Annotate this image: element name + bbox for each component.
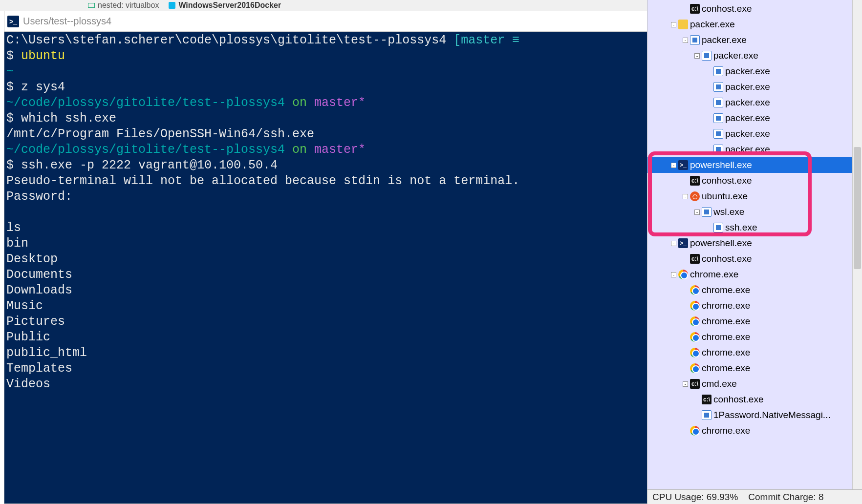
process-label: wsl.exe bbox=[713, 207, 744, 217]
output-line: Pictures bbox=[6, 315, 65, 329]
tree-toggle-icon[interactable]: - bbox=[671, 163, 676, 168]
tree-toggle-icon[interactable]: - bbox=[694, 53, 700, 59]
process-row-chrome-exe[interactable]: chrome.exe bbox=[647, 298, 862, 314]
on-word: on bbox=[285, 96, 314, 110]
output-line: public_html bbox=[6, 346, 87, 360]
process-label: chrome.exe bbox=[702, 347, 750, 358]
process-explorer-panel: c:\conhost.exe-packer.exe-packer.exe-pac… bbox=[647, 0, 862, 504]
terminal-body[interactable]: C:\Users\stefan.scherer\code\plossys\git… bbox=[4, 32, 648, 504]
process-row-ubuntu-exe[interactable]: -◌ubuntu.exe bbox=[647, 189, 862, 204]
process-row-chrome-exe[interactable]: chrome.exe bbox=[647, 360, 862, 376]
virtualbox-icon bbox=[88, 3, 95, 8]
cwd-path: C:\Users\stefan.scherer\code\plossys\git… bbox=[6, 33, 446, 47]
process-label: chrome.exe bbox=[702, 300, 750, 311]
tab-label: nested: virtualbox bbox=[98, 1, 159, 10]
process-row-packer-exe[interactable]: packer.exe bbox=[647, 95, 862, 110]
gen-icon bbox=[702, 207, 711, 217]
output-line: Music bbox=[6, 299, 43, 313]
branch-name: master bbox=[461, 33, 505, 47]
process-label: conhost.exe bbox=[702, 253, 752, 264]
con-icon: c:\ bbox=[690, 379, 700, 389]
process-row-chrome-exe[interactable]: -chrome.exe bbox=[647, 267, 862, 282]
gen-icon bbox=[713, 223, 723, 232]
chrome-icon bbox=[678, 270, 688, 279]
process-label: packer.exe bbox=[725, 82, 770, 92]
process-label: packer.exe bbox=[725, 113, 770, 124]
process-row-powershell-exe[interactable]: ->_powershell.exe bbox=[647, 235, 862, 251]
chrome-icon bbox=[690, 285, 700, 295]
process-row-conhost-exe[interactable]: c:\conhost.exe bbox=[647, 392, 862, 407]
tree-toggle-icon[interactable]: - bbox=[683, 194, 688, 199]
powershell-icon: >_ bbox=[7, 16, 19, 27]
process-label: chrome.exe bbox=[702, 332, 750, 342]
process-label: chrome.exe bbox=[702, 285, 750, 295]
on-word: on bbox=[285, 143, 314, 157]
process-row-chrome-exe[interactable]: chrome.exe bbox=[647, 345, 862, 360]
gen-icon bbox=[702, 51, 711, 61]
tree-toggle-icon[interactable]: - bbox=[671, 22, 676, 27]
chrome-icon bbox=[690, 316, 700, 326]
tab-label: WindowsServer2016Docker bbox=[178, 1, 281, 10]
command-ssh: ssh.exe -p 2222 vagrant@10.100.50.4 bbox=[21, 158, 278, 172]
ubu-icon: ◌ bbox=[690, 191, 700, 201]
branch-status-symbol: ≡ bbox=[505, 33, 519, 47]
process-row-chrome-exe[interactable]: chrome.exe bbox=[647, 314, 862, 329]
window-title: Users/test--plossys4 bbox=[23, 16, 111, 27]
process-row-1password-nativemessagi-[interactable]: 1Password.NativeMessagi... bbox=[647, 407, 862, 423]
command-which: which ssh.exe bbox=[21, 111, 116, 126]
prompt-dollar: $ bbox=[6, 80, 21, 94]
process-row-packer-exe[interactable]: packer.exe bbox=[647, 110, 862, 126]
process-row-conhost-exe[interactable]: c:\conhost.exe bbox=[647, 1, 862, 17]
process-row-chrome-exe[interactable]: chrome.exe bbox=[647, 282, 862, 298]
process-row-conhost-exe[interactable]: c:\conhost.exe bbox=[647, 173, 862, 189]
process-label: 1Password.NativeMessagi... bbox=[713, 410, 831, 420]
process-tree[interactable]: c:\conhost.exe-packer.exe-packer.exe-pac… bbox=[647, 0, 862, 489]
gen-icon bbox=[713, 82, 723, 92]
process-label: packer.exe bbox=[725, 66, 770, 77]
process-row-packer-exe[interactable]: -packer.exe bbox=[647, 32, 862, 48]
cpu-usage-cell: CPU Usage: 69.93% bbox=[647, 490, 743, 504]
process-label: chrome.exe bbox=[702, 363, 750, 374]
tree-toggle-icon[interactable]: - bbox=[683, 38, 688, 43]
process-label: packer.exe bbox=[725, 128, 770, 139]
process-row-powershell-exe[interactable]: ->_powershell.exe bbox=[647, 157, 862, 173]
process-row-packer-exe[interactable]: -packer.exe bbox=[647, 17, 862, 32]
tab-nested-virtualbox[interactable]: nested: virtualbox bbox=[88, 1, 159, 10]
ps-icon: >_ bbox=[678, 160, 688, 170]
process-row-chrome-exe[interactable]: chrome.exe bbox=[647, 423, 862, 439]
process-label: packer.exe bbox=[713, 50, 758, 61]
prompt-dollar: $ bbox=[6, 49, 21, 63]
process-label: ubuntu.exe bbox=[702, 191, 748, 202]
output-line: /mnt/c/Program Files/OpenSSH-Win64/ssh.e… bbox=[6, 127, 314, 141]
process-label: powershell.exe bbox=[690, 160, 752, 170]
process-row-chrome-exe[interactable]: chrome.exe bbox=[647, 329, 862, 345]
process-row-packer-exe[interactable]: packer.exe bbox=[647, 126, 862, 142]
tree-toggle-icon[interactable]: - bbox=[694, 210, 700, 215]
gen-icon bbox=[713, 129, 723, 139]
statusbar: CPU Usage: 69.93% Commit Charge: 8 bbox=[647, 489, 862, 504]
process-row-packer-exe[interactable]: packer.exe bbox=[647, 63, 862, 79]
output-line: Documents bbox=[6, 268, 72, 282]
window-titlebar[interactable]: >_ Users/test--plossys4 bbox=[4, 11, 648, 32]
prompt-dollar: $ bbox=[6, 158, 21, 172]
tree-toggle-icon[interactable]: - bbox=[683, 381, 688, 387]
process-row-packer-exe[interactable]: -packer.exe bbox=[647, 48, 862, 63]
con-icon: c:\ bbox=[690, 254, 700, 264]
process-row-ssh-exe[interactable]: ssh.exe bbox=[647, 220, 862, 235]
process-row-packer-exe[interactable]: packer.exe bbox=[647, 79, 862, 95]
process-row-cmd-exe[interactable]: -c:\cmd.exe bbox=[647, 376, 862, 392]
output-line: Downloads bbox=[6, 283, 72, 297]
ps-icon: >_ bbox=[678, 238, 688, 248]
tree-toggle-icon[interactable]: - bbox=[671, 272, 676, 277]
process-row-wsl-exe[interactable]: -wsl.exe bbox=[647, 204, 862, 220]
tree-toggle-icon[interactable]: - bbox=[671, 241, 676, 246]
output-line: Pseudo-terminal will not be allocated be… bbox=[6, 174, 519, 188]
gen-icon bbox=[713, 66, 723, 76]
tab-windows-server-docker[interactable]: WindowsServer2016Docker bbox=[169, 1, 281, 10]
vertical-scrollbar[interactable] bbox=[852, 0, 862, 489]
process-label: conhost.exe bbox=[713, 394, 763, 405]
process-row-packer-exe[interactable]: packer.exe bbox=[647, 142, 862, 157]
process-row-conhost-exe[interactable]: c:\conhost.exe bbox=[647, 251, 862, 267]
scrollbar-thumb[interactable] bbox=[854, 147, 861, 270]
chrome-icon bbox=[690, 301, 700, 311]
